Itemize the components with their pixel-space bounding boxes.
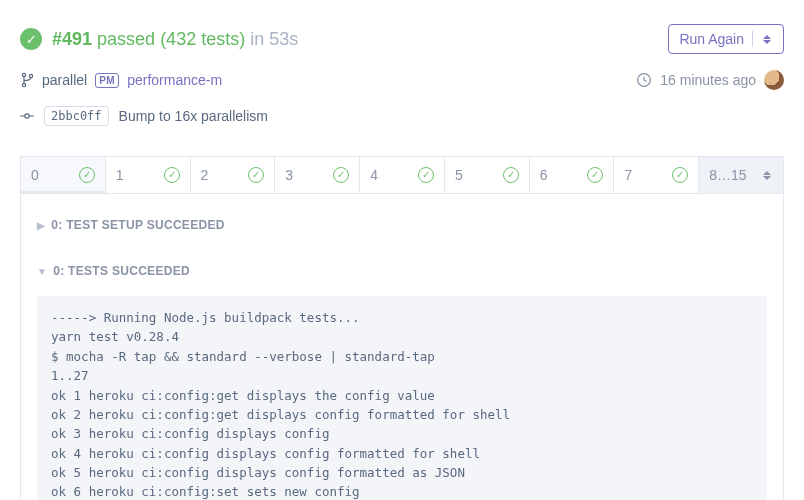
clock-icon [636,72,652,88]
check-icon: ✓ [503,167,519,183]
tab-node-0[interactable]: 0 ✓ [21,157,106,193]
button-divider [752,31,753,47]
tab-label: 7 [624,167,632,183]
build-header: ✓ #491 passed (432 tests) in 53s Run Aga… [0,0,804,64]
tab-node-1[interactable]: 1 ✓ [106,157,191,193]
sort-icon [761,170,773,181]
check-icon: ✓ [587,167,603,183]
test-log: -----> Running Node.js buildpack tests..… [37,296,767,500]
build-duration: 53s [269,29,298,49]
time-avatar-group: 16 minutes ago [636,70,784,90]
tab-node-7[interactable]: 7 ✓ [614,157,699,193]
tab-node-3[interactable]: 3 ✓ [275,157,360,193]
tab-label: 3 [285,167,293,183]
commit-icon [20,109,34,123]
chevron-right-icon: ▶ [37,220,45,231]
build-title: #491 passed (432 tests) in 53s [52,29,298,50]
check-icon: ✓ [672,167,688,183]
section-tests-label: 0: TESTS SUCCEEDED [53,264,190,278]
tab-label: 4 [370,167,378,183]
tab-node-5[interactable]: 5 ✓ [445,157,530,193]
build-test-count: (432 tests) [160,29,245,49]
tab-label: 5 [455,167,463,183]
tab-label: 6 [540,167,548,183]
svg-point-4 [25,114,29,118]
check-icon: ✓ [418,167,434,183]
build-meta: parallel PM performance-m 16 minutes ago [0,64,804,100]
tab-overflow[interactable]: 8…15 [699,157,783,193]
commit-row: 2bbc0ff Bump to 16x parallelism [0,100,804,140]
branch-name[interactable]: parallel [42,72,87,88]
tab-node-4[interactable]: 4 ✓ [360,157,445,193]
pipeline-badge: PM [95,73,119,88]
chevron-down-icon: ▼ [37,266,47,277]
tab-label: 0 [31,167,39,183]
relative-time: 16 minutes ago [660,72,756,88]
svg-point-1 [22,83,25,86]
results-panel: ▶ 0: TEST SETUP SUCCEEDED ▼ 0: TESTS SUC… [20,193,784,500]
git-branch-icon [20,72,34,88]
commit-message: Bump to 16x parallelism [119,108,268,124]
svg-point-2 [29,74,32,77]
section-setup[interactable]: ▶ 0: TEST SETUP SUCCEEDED [37,208,767,242]
check-icon: ✓ [164,167,180,183]
check-icon: ✓ [333,167,349,183]
build-in-word: in [250,29,264,49]
build-status-word: passed [97,29,155,49]
tab-label: 2 [201,167,209,183]
check-icon: ✓ [248,167,264,183]
tab-overflow-label: 8…15 [709,167,746,183]
build-title-group: ✓ #491 passed (432 tests) in 53s [20,28,298,50]
run-again-button[interactable]: Run Again [668,24,784,54]
commit-sha[interactable]: 2bbc0ff [44,106,109,126]
check-circle-icon: ✓ [20,28,42,50]
build-number[interactable]: #491 [52,29,92,49]
tab-label: 1 [116,167,124,183]
avatar[interactable] [764,70,784,90]
tab-node-2[interactable]: 2 ✓ [191,157,276,193]
node-tabs: 0 ✓ 1 ✓ 2 ✓ 3 ✓ 4 ✓ 5 ✓ 6 ✓ 7 ✓ 8…15 [20,156,784,193]
svg-point-0 [22,73,25,76]
section-setup-label: 0: TEST SETUP SUCCEEDED [51,218,224,232]
section-tests[interactable]: ▼ 0: TESTS SUCCEEDED [37,254,767,288]
pipeline-link[interactable]: performance-m [127,72,222,88]
branch-pipeline-group: parallel PM performance-m [20,72,222,88]
check-icon: ✓ [79,167,95,183]
tab-node-6[interactable]: 6 ✓ [530,157,615,193]
dropdown-icon [761,34,773,45]
run-again-label: Run Again [679,31,744,47]
